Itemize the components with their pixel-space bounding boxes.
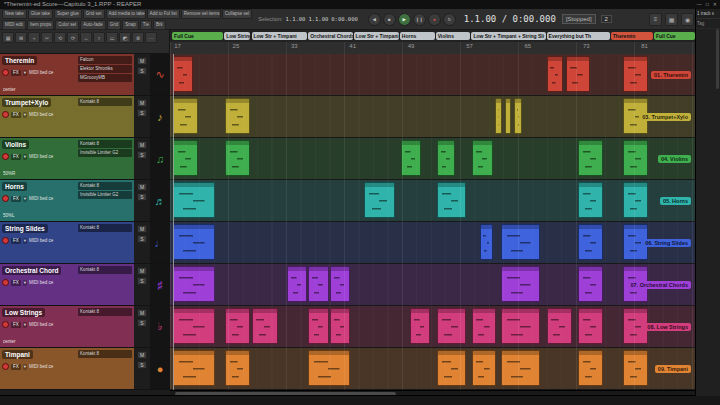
midi-item[interactable] — [225, 140, 250, 176]
track-panel-row[interactable]: ViolinsFX▾MIDI bed ce50%RKontakt 8Invisi… — [0, 138, 170, 180]
mute-button[interactable]: M — [137, 99, 147, 107]
mute-button[interactable]: M — [137, 225, 147, 233]
minimize-icon[interactable]: — — [697, 0, 702, 9]
fx-button[interactable]: FX — [11, 322, 21, 328]
envelope-button[interactable]: ▾ — [23, 70, 27, 76]
pan-value[interactable]: center — [3, 87, 16, 92]
solo-button[interactable]: S — [137, 319, 147, 327]
midi-item[interactable] — [437, 182, 465, 218]
midi-item[interactable] — [623, 182, 647, 218]
midi-item[interactable] — [401, 140, 422, 176]
fx-chip[interactable]: Elektor Shroniks — [78, 65, 132, 73]
midi-item[interactable] — [547, 308, 572, 344]
midi-item[interactable] — [578, 140, 603, 176]
track-lane[interactable]: 07. Orchestral Chords — [170, 264, 696, 306]
fx-chip[interactable]: Falcon — [78, 56, 132, 64]
midi-item[interactable] — [173, 308, 215, 344]
mute-button[interactable]: M — [137, 183, 147, 191]
docker-item[interactable]: Tag — [696, 19, 720, 29]
solo-button[interactable]: S — [137, 109, 147, 117]
toolbar-button[interactable]: Super glue — [54, 9, 82, 19]
midi-item[interactable] — [578, 266, 603, 302]
mute-button[interactable]: M — [137, 267, 147, 275]
fx-chip[interactable]: Kontakt 8 — [78, 140, 132, 148]
record-arm-button[interactable] — [2, 153, 9, 160]
midi-item[interactable] — [364, 182, 395, 218]
solo-button[interactable]: S — [137, 361, 147, 369]
midi-item[interactable] — [173, 182, 215, 218]
fx-chip[interactable]: MGroovyMB — [78, 74, 132, 82]
input-routing-label[interactable]: MIDI bed ce — [29, 154, 53, 159]
tcp-tool-icon[interactable]: ≣ — [132, 32, 144, 43]
midi-item[interactable] — [480, 224, 494, 260]
tcp-tool-icon[interactable]: ⟲ — [54, 32, 66, 43]
track-panel-row[interactable]: Orchestral ChordFX▾MIDI bed ceKontakt 8M… — [0, 264, 170, 306]
pan-value[interactable]: 50%L — [3, 213, 15, 218]
toolbar-button[interactable]: Tie — [140, 20, 152, 30]
midi-item[interactable] — [623, 140, 647, 176]
toolbar-button[interactable]: Remove sel items — [181, 9, 221, 19]
fx-chip[interactable]: Kontakt 8 — [78, 350, 132, 358]
region-marker[interactable]: Theremin — [611, 32, 653, 40]
fx-chip[interactable]: Kontakt 8 — [78, 98, 132, 106]
midi-item[interactable] — [514, 98, 522, 134]
envelope-button[interactable]: ▾ — [23, 238, 27, 244]
midi-item[interactable] — [287, 266, 308, 302]
record-arm-button[interactable] — [2, 237, 9, 244]
midi-item[interactable] — [505, 98, 512, 134]
input-routing-label[interactable]: MIDI bed ce — [29, 112, 53, 117]
track-name-label[interactable]: String Slides — [2, 224, 48, 233]
midi-item[interactable] — [173, 350, 215, 386]
midi-item[interactable] — [308, 350, 350, 386]
close-icon[interactable]: ✕ — [713, 0, 717, 9]
record-arm-button[interactable] — [2, 111, 9, 118]
track-panel-row[interactable]: TimpaniFX▾MIDI bed ceKontakt 8MS● — [0, 348, 170, 390]
record-arm-button[interactable] — [2, 363, 9, 370]
midi-item[interactable] — [495, 98, 502, 134]
toolbar-button[interactable]: New take — [2, 9, 27, 19]
transport-record-button[interactable]: ● — [428, 13, 441, 26]
track-panel-row[interactable]: HornsFX▾MIDI bed ce50%LKontakt 8Invisibl… — [0, 180, 170, 222]
midi-item[interactable] — [578, 350, 603, 386]
toolbar-button[interactable]: Grid — [107, 20, 122, 30]
track-lane[interactable]: 01. Theremin — [170, 54, 696, 96]
monitor-icon[interactable]: ◉ — [681, 13, 694, 26]
fx-chip[interactable]: Invisible Limiter G2 — [78, 191, 132, 199]
solo-button[interactable]: S — [137, 235, 147, 243]
envelope-button[interactable]: ▾ — [23, 322, 27, 328]
midi-item[interactable] — [225, 350, 250, 386]
fx-chip[interactable]: Invisible Limiter G2 — [78, 149, 132, 157]
track-lane[interactable]: 09. Timpani — [170, 348, 696, 390]
midi-item[interactable] — [623, 350, 647, 386]
midi-item[interactable] — [173, 56, 193, 92]
tcp-tool-icon[interactable]: ▦ — [2, 32, 14, 43]
midi-item[interactable] — [410, 308, 431, 344]
toolbar-button[interactable]: Brk — [153, 20, 166, 30]
fx-chip[interactable]: Kontakt 8 — [78, 308, 132, 316]
toolbar-button[interactable]: Snap — [122, 20, 139, 30]
selection-end[interactable]: 1.1.00 — [308, 16, 328, 22]
fx-button[interactable]: FX — [11, 238, 21, 244]
toolbar-button[interactable]: MIDI edit — [2, 20, 26, 30]
midi-item[interactable] — [472, 350, 496, 386]
midi-item[interactable] — [566, 56, 590, 92]
track-name-label[interactable]: Violins — [2, 140, 29, 149]
toolbar-button[interactable]: Grid set — [83, 9, 105, 19]
region-marker[interactable]: Low Str + Timpani — [252, 32, 308, 40]
toolbar-button[interactable]: Auto-fade — [80, 20, 106, 30]
envelope-button[interactable]: ▾ — [23, 196, 27, 202]
midi-item[interactable] — [472, 140, 494, 176]
track-lane[interactable]: 05. Horns — [170, 180, 696, 222]
midi-item[interactable] — [501, 350, 540, 386]
track-name-label[interactable]: Theremin — [2, 56, 37, 65]
toolbar-button[interactable]: Color set — [55, 20, 79, 30]
pan-value[interactable]: 50%R — [3, 171, 15, 176]
record-arm-button[interactable] — [2, 69, 9, 76]
midi-item[interactable] — [252, 308, 278, 344]
track-name-label[interactable]: Trumpet+Xylo — [2, 98, 51, 107]
record-arm-button[interactable] — [2, 195, 9, 202]
fx-button[interactable]: FX — [11, 112, 21, 118]
midi-item[interactable] — [225, 308, 250, 344]
transport-pause-button[interactable]: ❙❙ — [413, 13, 426, 26]
midi-item[interactable] — [308, 308, 329, 344]
